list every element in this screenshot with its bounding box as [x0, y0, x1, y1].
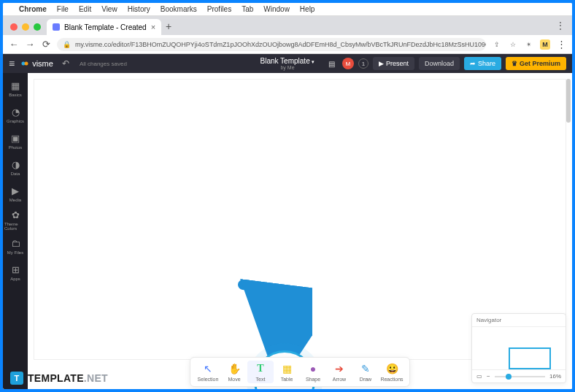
- fit-icon[interactable]: ▭: [476, 373, 482, 380]
- cursor-icon: ↖: [201, 362, 215, 375]
- sidebar-item-myfiles[interactable]: 🗀My Files: [4, 234, 26, 258]
- undo-icon[interactable]: ↶: [62, 58, 69, 69]
- menu-chrome[interactable]: Chrome: [19, 5, 47, 13]
- menu-edit[interactable]: Edit: [79, 5, 91, 13]
- share-button[interactable]: ➦Share: [464, 57, 501, 70]
- navigator-preview[interactable]: [472, 327, 566, 369]
- visme-app: ≡ visme ↶ All changes saved Blank Templa…: [3, 54, 572, 389]
- menu-help[interactable]: Help: [300, 5, 315, 13]
- navigator-panel: Navigator ▭ − 16%: [471, 313, 566, 383]
- maximize-window-icon[interactable]: [34, 23, 41, 31]
- text-icon: T: [254, 362, 267, 375]
- minimize-window-icon[interactable]: [22, 23, 29, 31]
- tool-shape[interactable]: ●Shape: [300, 361, 326, 383]
- hand-icon: ✋: [228, 362, 241, 375]
- tool-text[interactable]: TText: [247, 361, 274, 383]
- navigator-viewport-box[interactable]: [509, 347, 551, 369]
- tool-draw[interactable]: ✎Draw: [352, 361, 379, 383]
- watermark-icon: T: [10, 372, 23, 385]
- menu-view[interactable]: View: [101, 5, 117, 13]
- chrome-tab-strip: Blank Template - Created × + ⋮: [3, 16, 572, 35]
- grid-icon: ▦: [11, 80, 20, 91]
- zoom-slider-thumb[interactable]: [506, 374, 512, 380]
- user-avatar[interactable]: M: [342, 58, 354, 69]
- save-status: All changes saved: [80, 61, 127, 67]
- zoom-slider[interactable]: [495, 376, 545, 377]
- window-controls: [7, 23, 47, 35]
- get-premium-button[interactable]: ♛Get Premium: [506, 57, 566, 70]
- zoom-value: 16%: [549, 373, 561, 380]
- sidebar-item-theme[interactable]: ✿Theme Colors: [4, 207, 26, 232]
- menu-file[interactable]: File: [57, 5, 69, 13]
- vertical-scrollbar[interactable]: [566, 79, 571, 360]
- zoom-controls: ▭ − 16%: [472, 369, 566, 383]
- emoji-icon: 😀: [385, 362, 398, 375]
- crown-icon: ♛: [512, 60, 517, 67]
- video-icon: ▶: [12, 185, 19, 196]
- reload-button[interactable]: ⟳: [41, 39, 51, 50]
- tabstrip-overflow-icon[interactable]: ⋮: [556, 20, 572, 35]
- download-button[interactable]: Download: [419, 57, 460, 70]
- hamburger-icon[interactable]: ≡: [9, 58, 15, 69]
- comment-icon[interactable]: ▤: [326, 58, 338, 69]
- zoom-out-icon[interactable]: −: [487, 373, 490, 380]
- bookmark-star-icon[interactable]: ☆: [508, 39, 518, 50]
- apps-icon: ⊞: [12, 264, 20, 275]
- tab-close-icon[interactable]: ×: [151, 23, 155, 31]
- pen-icon: ✎: [359, 362, 372, 375]
- tool-selection[interactable]: ↖Selection: [195, 361, 221, 383]
- sidebar-item-apps[interactable]: ⊞Apps: [4, 260, 26, 285]
- tab-title: Blank Template - Created: [64, 23, 147, 31]
- tool-move[interactable]: ✋Move: [221, 361, 247, 383]
- scrollbar-thumb[interactable]: [566, 79, 571, 123]
- document-subtitle: by Me: [261, 65, 315, 70]
- back-button[interactable]: ←: [9, 39, 19, 50]
- document-title: Blank Template ▾: [261, 57, 315, 65]
- visme-logo[interactable]: visme: [20, 59, 53, 68]
- visme-logo-text: visme: [32, 59, 53, 68]
- lock-icon: 🔒: [63, 41, 71, 48]
- new-tab-button[interactable]: +: [161, 20, 176, 35]
- table-icon: ▦: [280, 362, 293, 375]
- pie-icon: ◔: [12, 107, 20, 118]
- menu-window[interactable]: Window: [263, 5, 290, 13]
- address-bar[interactable]: 🔒 my.visme.co/editor/F13BHOmZUQOHPYji4oS…: [57, 38, 486, 51]
- menu-bookmarks[interactable]: Bookmarks: [161, 5, 197, 13]
- extensions-icon[interactable]: ✴: [524, 39, 534, 50]
- sidebar-item-data[interactable]: ◑Data: [4, 155, 26, 180]
- menu-tab[interactable]: Tab: [242, 5, 253, 13]
- document-title-area[interactable]: Blank Template ▾ by Me: [261, 57, 315, 70]
- svg-point-1: [25, 62, 28, 66]
- visme-topbar: ≡ visme ↶ All changes saved Blank Templa…: [3, 54, 572, 73]
- profile-badge[interactable]: M: [540, 39, 550, 50]
- play-icon: ▶: [379, 60, 384, 67]
- tab-favicon: [53, 23, 60, 31]
- sidebar-item-basics[interactable]: ▦Basics: [4, 76, 26, 101]
- left-sidebar: ▦Basics ◔Graphics ▣Photos ◑Data ▶Media ✿…: [3, 73, 28, 389]
- canvas-area[interactable]: T Text ↖Selection ✋Move TText ▦Table ●Sh…: [28, 73, 572, 389]
- sidebar-item-photos[interactable]: ▣Photos: [4, 128, 26, 153]
- chrome-menu-icon[interactable]: ⋮: [556, 39, 566, 50]
- template-net-watermark: T TEMPLATE.NET: [10, 372, 108, 385]
- menu-profiles[interactable]: Profiles: [207, 5, 231, 13]
- macos-menu-bar: Chrome File Edit View History Bookmarks …: [3, 3, 572, 16]
- info-badge[interactable]: 1: [358, 58, 368, 69]
- sidebar-item-graphics[interactable]: ◔Graphics: [4, 102, 26, 127]
- tool-arrow[interactable]: ➔Arrow: [326, 361, 352, 383]
- share-icon[interactable]: ⇪: [492, 39, 502, 50]
- moon-icon: ◑: [12, 159, 20, 170]
- chrome-toolbar: ← → ⟳ 🔒 my.visme.co/editor/F13BHOmZUQOHP…: [3, 35, 572, 54]
- forward-button[interactable]: →: [25, 39, 35, 50]
- url-text: my.visme.co/editor/F13BHOmZUQOHPYji4oSTd…: [75, 41, 486, 48]
- image-icon: ▣: [11, 133, 20, 144]
- menu-history[interactable]: History: [128, 5, 150, 13]
- tool-reactions[interactable]: 😀Reactions: [379, 361, 405, 383]
- palette-icon: ✿: [12, 210, 20, 220]
- visme-mark-icon: [20, 59, 29, 68]
- tool-table[interactable]: ▦Table: [274, 361, 300, 383]
- browser-tab[interactable]: Blank Template - Created ×: [47, 19, 161, 35]
- present-button[interactable]: ▶Present: [373, 57, 414, 70]
- shape-icon: ●: [306, 362, 320, 375]
- sidebar-item-media[interactable]: ▶Media: [4, 181, 26, 206]
- close-window-icon[interactable]: [10, 23, 18, 31]
